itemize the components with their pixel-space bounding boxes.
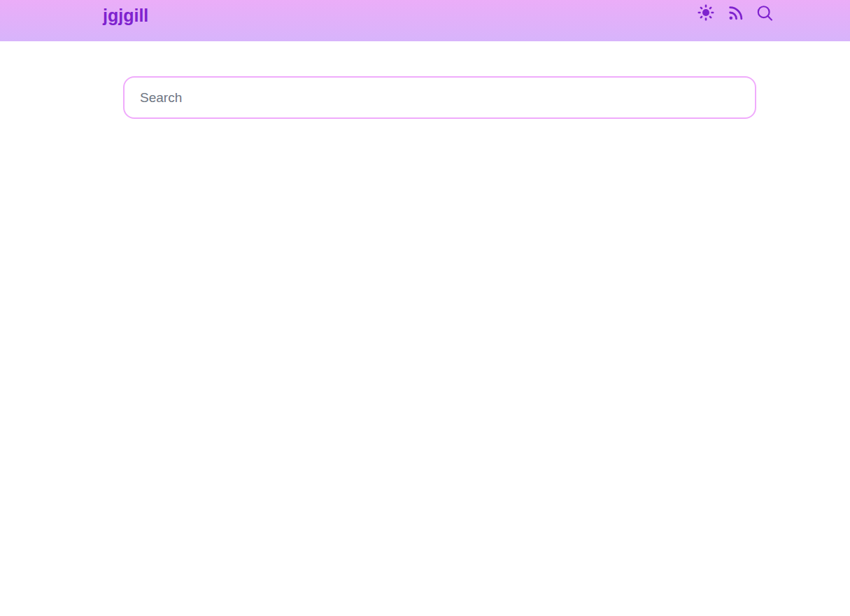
site-logo[interactable]: jgjgill (103, 5, 148, 27)
header-actions (697, 3, 774, 22)
site-header: jgjgill (0, 0, 850, 41)
search-input[interactable] (123, 76, 756, 119)
search-button[interactable] (756, 3, 774, 22)
theme-toggle-button[interactable] (697, 3, 715, 22)
main-content (0, 41, 850, 119)
rss-button[interactable] (726, 3, 744, 22)
rss-icon (727, 4, 744, 22)
search-icon (756, 3, 774, 22)
sun-icon (697, 3, 715, 22)
